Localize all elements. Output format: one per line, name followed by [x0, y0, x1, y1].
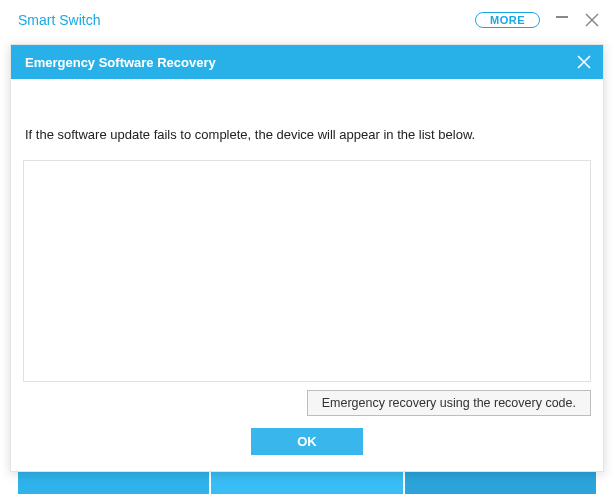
- main-window-header: Smart Switch MORE: [0, 0, 614, 40]
- background-tab: [405, 470, 596, 494]
- dialog-close-button[interactable]: [577, 55, 591, 69]
- minimize-icon: [556, 16, 568, 18]
- background-tab: [18, 470, 209, 494]
- background-tab: [211, 470, 402, 494]
- dialog-title: Emergency Software Recovery: [25, 55, 577, 70]
- app-title: Smart Switch: [18, 12, 475, 28]
- more-button[interactable]: MORE: [475, 12, 540, 28]
- close-icon: [577, 55, 591, 69]
- minimize-button[interactable]: [554, 16, 570, 24]
- device-list[interactable]: [23, 160, 591, 382]
- dialog-header: Emergency Software Recovery: [11, 45, 603, 79]
- ok-row: OK: [23, 428, 591, 455]
- recovery-dialog: Emergency Software Recovery If the softw…: [10, 44, 604, 472]
- dialog-instruction: If the software update fails to complete…: [23, 127, 591, 142]
- recovery-code-row: Emergency recovery using the recovery co…: [23, 390, 591, 416]
- background-tabs: [18, 470, 596, 494]
- main-close-button[interactable]: [584, 12, 600, 28]
- dialog-body: If the software update fails to complete…: [11, 79, 603, 471]
- ok-button[interactable]: OK: [251, 428, 363, 455]
- recovery-code-button[interactable]: Emergency recovery using the recovery co…: [307, 390, 591, 416]
- close-icon: [584, 12, 600, 28]
